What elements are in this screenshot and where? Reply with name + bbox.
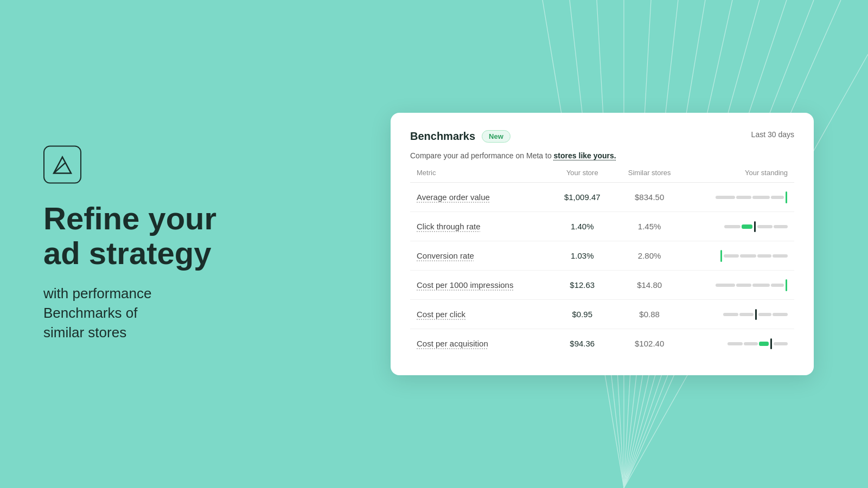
standing-cell — [685, 271, 794, 300]
table-row: Conversion rate1.03%2.80% — [410, 241, 794, 271]
metric-cell: Average order value — [410, 183, 551, 212]
benchmarks-card: Benchmarks New Last 30 days Compare your… — [391, 113, 814, 375]
standing-bar — [692, 282, 788, 288]
col-similar-stores: Similar stores — [614, 163, 685, 183]
headline: Refine your ad strategy — [43, 201, 277, 271]
bar-seg — [759, 342, 769, 346]
bar-seg — [771, 284, 784, 287]
standing-cell — [685, 212, 794, 241]
bar-seg — [757, 225, 773, 228]
your-store-cell: $94.36 — [551, 329, 614, 358]
card-header: Benchmarks New — [410, 130, 510, 143]
bar-seg — [736, 284, 751, 287]
standing-bar — [692, 253, 788, 259]
table-row: Cost per click$0.95$0.88 — [410, 300, 794, 329]
metric-cell: Cost per click — [410, 300, 551, 329]
bar-marker — [786, 191, 787, 203]
standing-bar — [692, 311, 788, 318]
bar-seg — [740, 254, 756, 258]
bar-seg — [752, 284, 770, 287]
col-your-standing: Your standing — [685, 163, 794, 183]
date-range: Last 30 days — [751, 130, 794, 139]
standing-bar — [692, 341, 788, 347]
bar-seg — [724, 254, 739, 258]
bar-seg — [773, 254, 788, 258]
bar-seg — [774, 342, 788, 345]
your-store-cell: $0.95 — [551, 300, 614, 329]
table-row: Click through rate1.40%1.45% — [410, 212, 794, 241]
bar-seg — [727, 342, 743, 345]
standing-cell — [685, 241, 794, 271]
your-store-cell: 1.03% — [551, 241, 614, 271]
col-metric: Metric — [410, 163, 551, 183]
bar-seg — [723, 313, 738, 316]
table-row: Cost per acquisition$94.36$102.40 — [410, 329, 794, 358]
standing-bar — [692, 223, 788, 230]
your-store-cell: $12.63 — [551, 271, 614, 300]
left-panel: Refine your ad strategy with performance… — [43, 146, 277, 343]
standing-cell — [685, 329, 794, 358]
bar-marker — [786, 279, 787, 291]
bar-seg — [744, 342, 758, 345]
table-row: Cost per 1000 impressions$12.63$14.80 — [410, 271, 794, 300]
bar-seg — [752, 196, 770, 199]
table-row: Average order value$1,009.47$834.50 — [410, 183, 794, 212]
similar-stores-cell: 1.45% — [614, 212, 685, 241]
bar-seg — [758, 313, 771, 316]
bar-seg — [773, 313, 788, 316]
your-store-cell: $1,009.47 — [551, 183, 614, 212]
similar-stores-cell: 2.80% — [614, 241, 685, 271]
new-badge: New — [482, 130, 510, 143]
benchmarks-table: Metric Your store Similar stores Your st… — [410, 163, 794, 358]
bar-seg — [742, 224, 752, 229]
bar-seg — [716, 284, 735, 287]
your-store-cell: 1.40% — [551, 212, 614, 241]
similar-stores-cell: $14.80 — [614, 271, 685, 300]
standing-cell — [685, 183, 794, 212]
similar-stores-cell: $0.88 — [614, 300, 685, 329]
bar-marker — [770, 338, 772, 349]
card-title: Benchmarks — [410, 130, 475, 143]
similar-stores-cell: $834.50 — [614, 183, 685, 212]
metric-cell: Conversion rate — [410, 241, 551, 271]
bar-seg — [739, 313, 754, 316]
standing-cell — [685, 300, 794, 329]
metric-cell: Cost per acquisition — [410, 329, 551, 358]
standing-bar — [692, 194, 788, 201]
metric-cell: Click through rate — [410, 212, 551, 241]
bar-seg — [774, 225, 788, 228]
card-subtitle: Compare your ad performance on Meta to s… — [410, 151, 794, 160]
bar-marker — [720, 250, 722, 262]
bar-seg — [736, 196, 751, 199]
bar-marker — [754, 221, 756, 232]
bar-seg — [716, 196, 735, 199]
metric-cell: Cost per 1000 impressions — [410, 271, 551, 300]
bar-seg — [771, 196, 784, 199]
similar-stores-cell: $102.40 — [614, 329, 685, 358]
subheadline: with performanceBenchmarks ofsimilar sto… — [43, 283, 277, 342]
bar-marker — [755, 309, 757, 320]
col-your-store: Your store — [551, 163, 614, 183]
bar-seg — [757, 254, 771, 258]
logo — [43, 146, 81, 184]
bar-seg — [724, 225, 741, 228]
